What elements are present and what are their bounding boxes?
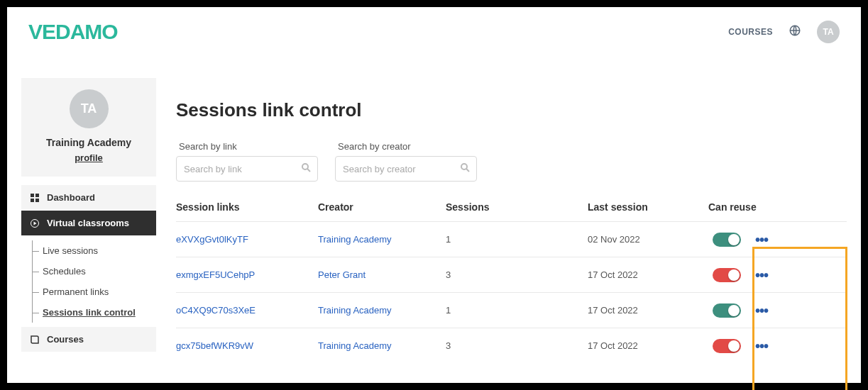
profile-card: TA Training Academy profile	[21, 78, 156, 177]
brand-logo: VEDAMO	[28, 20, 118, 44]
avatar[interactable]: TA	[817, 21, 840, 43]
col-session-links: Session links	[176, 201, 318, 213]
session-link[interactable]: exmgxEF5UCehpP	[176, 269, 318, 280]
search-creator-label: Search by creator	[335, 141, 477, 152]
col-creator: Creator	[318, 201, 446, 213]
search-icon	[302, 162, 311, 175]
table-row: exmgxEF5UCehpP Peter Grant 3 17 Oct 2022…	[176, 257, 847, 292]
nav-courses-top[interactable]: COURSES	[728, 27, 773, 37]
svg-rect-3	[31, 199, 34, 202]
sidebar-item-courses[interactable]: Courses	[21, 327, 156, 352]
creator-link[interactable]: Peter Grant	[318, 269, 446, 280]
reuse-toggle[interactable]	[713, 233, 741, 247]
sidebar-item-label: Virtual classrooms	[47, 218, 129, 228]
table-row: eXVXgGvt0lKyTF Training Academy 1 02 Nov…	[176, 221, 847, 257]
last-session-date: 02 Nov 2022	[588, 234, 708, 245]
session-link[interactable]: oC4XQ9C70s3XeE	[176, 305, 318, 316]
subnav-schedules[interactable]: Schedules	[21, 261, 156, 282]
sidebar-item-virtual-classrooms[interactable]: Virtual classrooms	[21, 211, 156, 236]
more-actions-icon[interactable]: •••	[755, 303, 768, 318]
profile-avatar: TA	[70, 89, 109, 128]
more-actions-icon[interactable]: •••	[755, 233, 768, 247]
page-title: Sessions link control	[176, 99, 847, 121]
sidebar-item-dashboard[interactable]: Dashboard	[21, 185, 156, 211]
svg-line-10	[466, 169, 469, 172]
creator-link[interactable]: Training Academy	[318, 234, 446, 245]
search-link-input[interactable]	[176, 156, 318, 182]
more-actions-icon[interactable]: •••	[755, 268, 768, 282]
svg-line-8	[307, 169, 310, 172]
reuse-toggle[interactable]	[713, 303, 741, 318]
reuse-toggle[interactable]	[713, 339, 741, 353]
table-row: gcx75befWKR9vW Training Academy 3 17 Oct…	[176, 328, 847, 363]
sessions-count: 1	[446, 234, 588, 245]
sidebar-item-label: Courses	[47, 334, 84, 345]
creator-link[interactable]: Training Academy	[318, 340, 446, 351]
main-content: Sessions link control Search by link Sea…	[176, 57, 847, 363]
svg-marker-6	[34, 221, 37, 225]
table-row: oC4XQ9C70s3XeE Training Academy 1 17 Oct…	[176, 292, 847, 328]
globe-icon[interactable]	[789, 24, 801, 40]
col-last-session: Last session	[588, 201, 708, 213]
dashboard-icon	[30, 194, 40, 202]
profile-name: Training Academy	[28, 137, 149, 148]
last-session-date: 17 Oct 2022	[588, 269, 708, 280]
last-session-date: 17 Oct 2022	[588, 305, 708, 316]
sessions-table: Session links Creator Sessions Last sess…	[176, 196, 847, 363]
search-link-label: Search by link	[176, 141, 318, 152]
subnav-sessions-link-control[interactable]: Sessions link control	[21, 302, 156, 323]
sidebar-item-label: Dashboard	[47, 192, 95, 203]
subnav-live-sessions[interactable]: Live sessions	[21, 240, 156, 261]
sessions-count: 1	[446, 305, 588, 316]
play-icon	[30, 219, 40, 228]
reuse-toggle[interactable]	[713, 268, 741, 282]
last-session-date: 17 Oct 2022	[588, 340, 708, 351]
topbar: VEDAMO COURSES TA	[7, 7, 861, 57]
sidebar: TA Training Academy profile Dashboard Vi…	[21, 78, 156, 363]
more-actions-icon[interactable]: •••	[755, 339, 768, 353]
search-creator-input[interactable]	[335, 156, 477, 182]
profile-link[interactable]: profile	[75, 152, 103, 163]
col-can-reuse: Can reuse	[708, 201, 808, 213]
svg-rect-4	[35, 199, 39, 202]
sessions-count: 3	[446, 269, 588, 280]
book-icon	[30, 335, 40, 344]
svg-point-9	[461, 164, 467, 169]
svg-rect-2	[35, 194, 39, 197]
search-icon	[461, 162, 470, 175]
creator-link[interactable]: Training Academy	[318, 305, 446, 316]
sessions-count: 3	[446, 340, 588, 351]
svg-rect-1	[31, 194, 34, 197]
subnav-permanent-links[interactable]: Permanent links	[21, 282, 156, 302]
svg-point-7	[302, 164, 308, 169]
col-sessions: Sessions	[446, 201, 588, 213]
session-link[interactable]: gcx75befWKR9vW	[176, 340, 318, 351]
session-link[interactable]: eXVXgGvt0lKyTF	[176, 234, 318, 245]
